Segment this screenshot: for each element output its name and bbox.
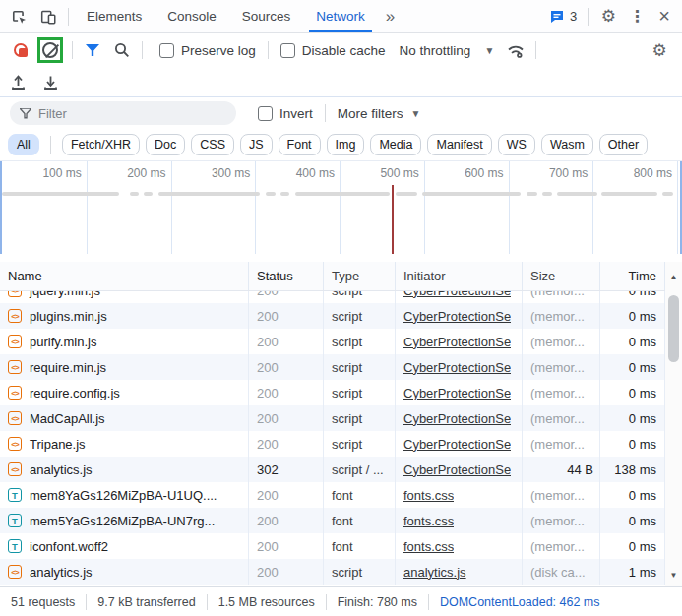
- initiator-link[interactable]: analytics.js: [403, 565, 466, 580]
- request-row[interactable]: <>require.config.js200scriptCyberProtect…: [0, 380, 682, 405]
- vertical-scrollbar[interactable]: ▲ ▼: [665, 262, 682, 586]
- network-settings-gear-icon[interactable]: ⚙: [645, 36, 674, 64]
- scrollbar-thumb[interactable]: [668, 295, 679, 362]
- initiator-cell: CyberProtectionSe: [396, 431, 523, 457]
- more-filters-caret-icon[interactable]: ▼: [411, 108, 421, 119]
- initiator-link[interactable]: fonts.css: [403, 539, 454, 554]
- status-cell: 200: [249, 508, 324, 533]
- network-conditions-icon[interactable]: [506, 42, 526, 59]
- initiator-link[interactable]: CyberProtectionSe: [403, 360, 511, 375]
- column-header-type[interactable]: Type: [324, 262, 396, 290]
- filter-input[interactable]: Filter: [10, 101, 236, 125]
- tab-console[interactable]: Console: [155, 0, 229, 32]
- request-row[interactable]: <>jquery.min.js200scriptCyberProtectionS…: [0, 291, 682, 303]
- filter-chip-img[interactable]: Img: [327, 134, 365, 155]
- request-row[interactable]: <>analytics.js200scriptanalytics.js(disk…: [0, 559, 682, 585]
- search-icon[interactable]: [107, 36, 137, 64]
- filter-chip-manifest[interactable]: Manifest: [427, 134, 491, 155]
- scroll-down-icon[interactable]: ▼: [665, 567, 682, 583]
- initiator-cell: CyberProtectionSe: [396, 329, 523, 354]
- filter-chip-other[interactable]: Other: [599, 134, 648, 155]
- size-cell: (memor...: [523, 482, 600, 508]
- column-header-time[interactable]: Time: [600, 262, 665, 290]
- filter-chip-font[interactable]: Font: [279, 134, 321, 155]
- filter-placeholder: Filter: [38, 106, 67, 121]
- filter-chip-doc[interactable]: Doc: [146, 134, 185, 155]
- font-file-icon: T: [8, 539, 22, 553]
- request-row[interactable]: <>require.min.js200scriptCyberProtection…: [0, 354, 682, 380]
- filter-chip-wasm[interactable]: Wasm: [541, 134, 593, 155]
- initiator-link[interactable]: CyberProtectionSe: [403, 462, 511, 477]
- kebab-menu-icon[interactable]: ⋮: [623, 7, 651, 26]
- device-toolbar-icon[interactable]: [33, 3, 63, 31]
- disable-cache-checkbox[interactable]: [280, 43, 295, 58]
- timeline-tick-label: 300 ms: [212, 166, 250, 180]
- initiator-link[interactable]: fonts.css: [403, 488, 454, 503]
- request-row[interactable]: Tmem8YaGs126MiZpBA-U1UQ....200fontfonts.…: [0, 482, 682, 508]
- initiator-cell: CyberProtectionSe: [396, 354, 523, 380]
- column-header-status[interactable]: Status: [249, 262, 324, 290]
- initiator-link[interactable]: CyberProtectionSe: [403, 437, 511, 452]
- column-header-size[interactable]: Size: [523, 262, 600, 290]
- timeline-gridline: [592, 161, 593, 254]
- initiator-link[interactable]: CyberProtectionSe: [403, 309, 511, 324]
- request-row[interactable]: <>plugins.min.js200scriptCyberProtection…: [0, 303, 682, 329]
- tab-network[interactable]: Network: [303, 0, 378, 32]
- request-row[interactable]: Ticonfont.woff2200fontfonts.css(memor...…: [0, 533, 682, 559]
- timeline-gridline: [171, 161, 172, 254]
- record-network-log-button[interactable]: [14, 43, 28, 57]
- inspect-element-icon[interactable]: [4, 3, 33, 31]
- request-row[interactable]: <>MadCapAll.js200scriptCyberProtectionSe…: [0, 405, 682, 431]
- network-activity-segment: [662, 192, 672, 196]
- clear-network-log-button[interactable]: [42, 42, 58, 58]
- status-cell: 200: [249, 559, 324, 585]
- request-row[interactable]: Tmem5YaGs126MiZpBA-UN7rg...200fontfonts.…: [0, 508, 682, 533]
- panel-tabs: ElementsConsoleSourcesNetwork: [74, 0, 378, 32]
- request-row[interactable]: <>Tripane.js200scriptCyberProtectionSe(m…: [0, 431, 682, 457]
- issues-bubble-icon: [549, 9, 565, 25]
- tab-sources[interactable]: Sources: [229, 0, 304, 32]
- export-har-icon[interactable]: [42, 74, 59, 91]
- preserve-log-checkbox[interactable]: [159, 43, 174, 58]
- filter-toggle-icon[interactable]: [78, 36, 107, 64]
- filter-chip-css[interactable]: CSS: [191, 134, 234, 155]
- network-activity-segment: [144, 192, 153, 196]
- initiator-cell: CyberProtectionSe: [396, 457, 523, 482]
- throttling-caret-icon[interactable]: ▼: [484, 45, 494, 56]
- type-cell: script: [324, 405, 396, 431]
- import-har-icon[interactable]: [10, 74, 27, 91]
- initiator-link[interactable]: CyberProtectionSe: [403, 335, 511, 349]
- size-cell: (memor...: [523, 533, 600, 559]
- initiator-cell: fonts.css: [396, 533, 523, 559]
- request-row[interactable]: <>analytics.js302script / ...CyberProtec…: [0, 457, 682, 482]
- issues-button[interactable]: 3: [543, 9, 583, 25]
- status-cell: 200: [249, 482, 324, 508]
- initiator-link[interactable]: CyberProtectionSe: [403, 411, 511, 426]
- overview-left-handle[interactable]: [0, 161, 2, 254]
- column-header-name[interactable]: Name: [0, 262, 249, 290]
- tab-elements[interactable]: Elements: [74, 0, 155, 32]
- more-filters-button[interactable]: More filters: [338, 106, 403, 121]
- status-cell: 200: [249, 354, 324, 380]
- request-name: Ticonfont.woff2: [0, 533, 249, 559]
- initiator-link[interactable]: CyberProtectionSe: [403, 386, 511, 400]
- scroll-up-icon[interactable]: ▲: [665, 269, 682, 284]
- settings-gear-icon[interactable]: ⚙: [593, 3, 623, 31]
- time-cell: 0 ms: [600, 533, 665, 559]
- filter-chip-media[interactable]: Media: [370, 134, 421, 155]
- script-file-icon: <>: [8, 411, 22, 425]
- more-tabs-icon[interactable]: »: [378, 7, 403, 27]
- divider: [588, 8, 589, 26]
- initiator-link[interactable]: fonts.css: [403, 514, 454, 528]
- filter-chip-all[interactable]: All: [8, 134, 39, 155]
- filter-chip-js[interactable]: JS: [240, 134, 273, 155]
- filter-chip-fetch-xhr[interactable]: Fetch/XHR: [62, 134, 140, 155]
- network-overview-timeline[interactable]: 100 ms200 ms300 ms400 ms500 ms600 ms700 …: [0, 161, 682, 262]
- request-row[interactable]: <>purify.min.js200scriptCyberProtectionS…: [0, 329, 682, 354]
- close-icon[interactable]: ×: [651, 5, 678, 28]
- filter-chip-ws[interactable]: WS: [498, 134, 535, 155]
- invert-checkbox[interactable]: [258, 106, 273, 121]
- column-header-initiator[interactable]: Initiator: [396, 262, 523, 290]
- initiator-link[interactable]: CyberProtectionSe: [403, 291, 511, 298]
- throttling-select[interactable]: No throttling: [400, 43, 471, 58]
